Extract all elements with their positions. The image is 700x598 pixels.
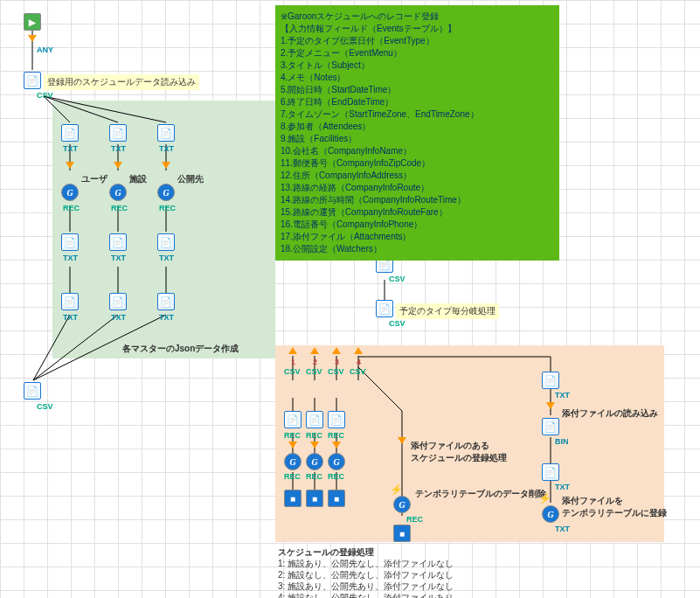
box-c[interactable]: ■ bbox=[393, 525, 411, 542]
txt-node-r1c3[interactable] bbox=[157, 124, 175, 142]
gn-1: 1.予定のタイプ伝票日付（EventType） bbox=[281, 35, 554, 47]
csv-l-b2: CSV bbox=[306, 367, 322, 376]
rec-l-2: REC bbox=[111, 204, 128, 212]
ad-2 bbox=[114, 162, 122, 169]
g-p2[interactable]: G bbox=[306, 453, 323, 470]
gn-4: 4.メモ（Notes） bbox=[281, 72, 554, 84]
gn-8: 8.参加者（Attendees） bbox=[281, 121, 554, 133]
rec-pl-2: REC bbox=[306, 431, 322, 440]
label-attach-register: 添付ファイルを テンポラリテーブルに登録 bbox=[562, 495, 667, 519]
gn-13: 13.路線の経路（CompanyInfoRoute） bbox=[281, 182, 554, 194]
label-public: 公開先 bbox=[177, 173, 204, 185]
rec-pl-1: REC bbox=[284, 431, 301, 440]
rec-pl-3: REC bbox=[328, 431, 344, 440]
box-2[interactable]: ■ bbox=[306, 490, 323, 507]
ad-1 bbox=[66, 162, 74, 169]
txt-rp3: TXT bbox=[555, 525, 570, 533]
peach-node-right-2[interactable] bbox=[542, 418, 559, 435]
au-1 bbox=[288, 347, 297, 354]
txt-l-8: TXT bbox=[111, 313, 126, 322]
txt-node-r3c1[interactable] bbox=[61, 233, 79, 251]
g-r[interactable]: G bbox=[542, 505, 559, 523]
pad-2 bbox=[310, 442, 319, 448]
txt-rp: TXT bbox=[555, 391, 570, 400]
txt-l-6: TXT bbox=[159, 254, 174, 262]
txt-node-r1c2[interactable] bbox=[109, 124, 127, 142]
bolt-icon-2: ⚡ bbox=[538, 492, 551, 504]
txt-node-r4c3[interactable] bbox=[157, 293, 175, 310]
label-facility: 施設 bbox=[129, 173, 147, 185]
g-p3[interactable]: G bbox=[328, 453, 345, 470]
pad-3 bbox=[332, 442, 341, 448]
peach-node-right-1[interactable] bbox=[542, 372, 559, 389]
g-node-1[interactable]: G bbox=[61, 184, 79, 201]
label-master-json: 各マスターのJsonデータ作成 bbox=[122, 343, 239, 355]
g-node-2[interactable]: G bbox=[109, 184, 127, 201]
gn-7: 7.タイムゾーン（StartTimeZone、EndTimeZone） bbox=[281, 108, 554, 121]
txt-l-7: TXT bbox=[63, 313, 78, 322]
gn-10: 10.会社名（CompanyInfoName） bbox=[281, 145, 554, 157]
csv-label-1: CSV bbox=[37, 91, 53, 100]
rec-pl-5: REC bbox=[306, 472, 322, 481]
pad-1 bbox=[288, 442, 297, 448]
csv-l-b3: CSV bbox=[328, 367, 344, 376]
rec-pl-6: REC bbox=[328, 472, 344, 481]
peach-node-right-3[interactable] bbox=[542, 463, 559, 481]
txt-l-1: TXT bbox=[63, 144, 78, 153]
g-p1[interactable]: G bbox=[284, 453, 301, 470]
au-3 bbox=[332, 347, 341, 354]
bn-3: 3 bbox=[335, 358, 339, 366]
gn-3: 3.タイトル（Subject） bbox=[281, 59, 554, 72]
bin-rp: BIN bbox=[555, 437, 569, 446]
bn-2: 2 bbox=[313, 358, 317, 366]
legend-r1: 1: 施設あり、公開先なし、添付ファイルなし bbox=[278, 558, 454, 569]
txt-l-5: TXT bbox=[111, 254, 126, 262]
rec-c: REC bbox=[406, 515, 423, 524]
txt-rp2: TXT bbox=[555, 483, 570, 491]
txt-node-r3c2[interactable] bbox=[109, 233, 127, 251]
txt-l-2: TXT bbox=[111, 144, 126, 153]
legend-r4: 4: 施設なし、公開先なし、添付ファイルあり bbox=[278, 592, 454, 598]
bn-1: 1 bbox=[291, 358, 295, 366]
label-attach-schedule: 添付ファイルのある スケジュールの登録処理 bbox=[411, 440, 507, 464]
au-2 bbox=[310, 347, 319, 354]
g-c[interactable]: G bbox=[393, 496, 411, 513]
label-attach-read: 添付ファイルの読み込み bbox=[562, 407, 658, 420]
rec-l-3: REC bbox=[159, 204, 176, 212]
yellow-box-branch: 予定のタイプ毎分岐処理 bbox=[396, 303, 499, 319]
txt-l-4: TXT bbox=[63, 254, 78, 262]
gn-12: 12.住所（CompanyInfoAddress） bbox=[281, 170, 554, 182]
peach-node-r2c3[interactable] bbox=[328, 411, 345, 428]
gn-16: 16.電話番号（CompanyInfoPhone） bbox=[281, 219, 554, 231]
yellow-box-read: 登録用のスケジュールデータ読み込み bbox=[44, 74, 199, 90]
green-note-sub: 【入力情報フィールド（Eventsテーブル）】 bbox=[281, 23, 554, 35]
csv-read-node[interactable] bbox=[24, 72, 41, 89]
csv-l-b4: CSV bbox=[350, 367, 366, 376]
csv-out-node[interactable] bbox=[24, 382, 41, 400]
gn-2: 2.予定メニュー（EventMenu） bbox=[281, 47, 554, 59]
bn-4: 4 bbox=[357, 358, 361, 366]
box-3[interactable]: ■ bbox=[328, 490, 345, 507]
start-arrow-icon bbox=[28, 35, 37, 42]
txt-l-3: TXT bbox=[159, 144, 174, 153]
csv-node-r2[interactable] bbox=[376, 300, 393, 317]
gn-18: 18.公開設定（Watchers） bbox=[281, 243, 554, 255]
green-note: ※Garoonスケジュールへのレコード登録 【入力情報フィールド（Eventsテ… bbox=[275, 5, 559, 261]
txt-node-r3c3[interactable] bbox=[157, 233, 175, 251]
au-4 bbox=[354, 347, 363, 354]
g-node-3[interactable]: G bbox=[157, 184, 175, 201]
peach-node-r2c2[interactable] bbox=[306, 411, 323, 428]
csv-l-b1: CSV bbox=[284, 367, 301, 376]
box-1[interactable]: ■ bbox=[284, 490, 301, 507]
legend-r2: 2: 施設なし、公開先なし、添付ファイルなし bbox=[278, 569, 454, 581]
txt-node-r4c1[interactable] bbox=[61, 293, 79, 310]
txt-node-r1c1[interactable] bbox=[61, 124, 79, 142]
legend-title: スケジュールの登録処理 bbox=[278, 546, 454, 558]
csv-l-r2: CSV bbox=[389, 319, 405, 328]
txt-node-r4c2[interactable] bbox=[109, 293, 127, 310]
start-node[interactable]: ▶ bbox=[24, 13, 41, 31]
label-temp-delete: テンポラリテーブルのデータ削除 bbox=[415, 488, 546, 500]
peach-node-r2c1[interactable] bbox=[284, 411, 301, 428]
pad-r1 bbox=[546, 402, 555, 409]
gn-5: 5.開始日時（StartDateTime） bbox=[281, 84, 554, 96]
